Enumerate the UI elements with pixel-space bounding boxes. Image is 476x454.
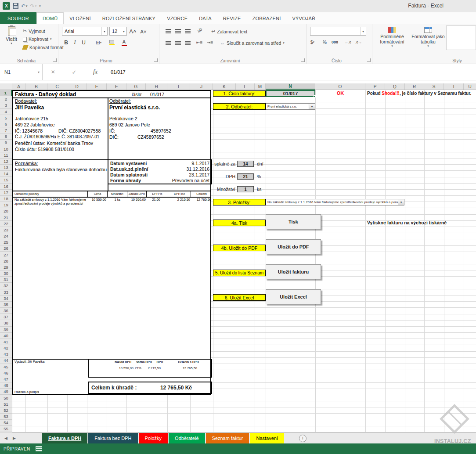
sheet-nav-left-icon[interactable]: ◀ <box>4 436 7 440</box>
column-header[interactable]: U <box>464 83 476 90</box>
column-header[interactable]: A <box>12 83 25 90</box>
sheet-tab-faktura-s-dph[interactable]: Faktura s DPH <box>42 433 87 443</box>
column-header[interactable]: I <box>167 83 190 90</box>
increase-decimal-icon[interactable]: ←.0 <box>343 38 353 46</box>
row-header[interactable]: 34 <box>0 295 12 302</box>
align-center-icon[interactable] <box>175 41 181 46</box>
align-middle-icon[interactable] <box>175 29 181 34</box>
tab-vlozeni[interactable]: VLOŽENÍ <box>64 12 96 24</box>
format-painter-button[interactable]: Kopírovat formát <box>23 45 64 50</box>
row-header[interactable]: 21 <box>0 214 12 220</box>
sheet-tab-odberatele[interactable]: Odběratelé <box>169 433 205 443</box>
column-header-row[interactable]: ABCDEFGHIJKLMNOPQRSTU <box>12 83 476 90</box>
column-header[interactable]: C <box>47 83 67 90</box>
fill-handle[interactable] <box>314 95 316 97</box>
font-name-select[interactable]: Arial▼ <box>62 27 108 36</box>
row-header[interactable]: 15 <box>0 177 12 183</box>
row-header[interactable]: 52 <box>0 407 12 414</box>
comma-style-button[interactable]: 000 <box>330 38 339 46</box>
cut-button[interactable]: ✂Vyjmout <box>23 28 45 34</box>
bold-button[interactable]: B <box>62 38 70 47</box>
row-header[interactable]: 44 <box>0 357 12 364</box>
row-header[interactable]: 3 <box>0 102 12 108</box>
row-header[interactable]: 40 <box>0 333 12 339</box>
increase-font-button[interactable]: A˄ <box>129 27 137 36</box>
undo-button[interactable]: ↶▾ <box>21 3 28 9</box>
row-header[interactable]: 46 <box>0 370 12 376</box>
row-header[interactable]: 22 <box>0 221 12 227</box>
new-sheet-icon[interactable]: + <box>299 435 307 442</box>
column-header[interactable]: L <box>236 83 255 90</box>
tab-revize[interactable]: REVIZE <box>217 12 247 24</box>
column-header[interactable]: M <box>255 83 266 90</box>
formula-input[interactable]: 01/017 <box>106 64 476 80</box>
column-header[interactable]: R <box>405 83 424 90</box>
row-header[interactable]: 54 <box>0 420 12 426</box>
row-header[interactable]: 38 <box>0 320 12 326</box>
row-header[interactable]: 24 <box>0 233 12 239</box>
row-header[interactable]: 55 <box>0 426 12 432</box>
cancel-icon[interactable]: ✕ <box>51 69 55 75</box>
row-header[interactable]: 1 <box>0 90 12 96</box>
column-header[interactable]: O <box>315 83 365 90</box>
row-header[interactable]: 41 <box>0 339 12 345</box>
dialog-launcher-icon[interactable] <box>301 58 305 62</box>
row-header[interactable]: 9 <box>0 140 12 146</box>
row-header[interactable]: 48 <box>0 382 12 389</box>
tab-vyvojar[interactable]: VÝVOJÁŘ <box>286 12 321 24</box>
italic-button[interactable]: I <box>71 38 79 47</box>
sheet-tab-nastaveni[interactable]: Nastavení <box>250 433 284 443</box>
borders-button[interactable]: ⊞▾ <box>94 38 103 47</box>
dialog-launcher-icon[interactable] <box>367 58 371 62</box>
row-header[interactable]: 37 <box>0 314 12 320</box>
wrap-text-button[interactable]: ↩Zalamovat text <box>211 29 247 34</box>
enter-icon[interactable]: ✓ <box>72 69 77 76</box>
row-header[interactable]: 35 <box>0 302 12 308</box>
row-header[interactable]: 27 <box>0 252 12 258</box>
quantity-input[interactable]: 1 <box>237 186 254 192</box>
underline-button[interactable]: U <box>79 38 88 47</box>
row-header[interactable]: 5 <box>0 115 12 121</box>
decrease-indent-icon[interactable]: ⇤≡ <box>196 40 202 45</box>
align-right-icon[interactable] <box>185 41 191 46</box>
row-header[interactable]: 51 <box>0 401 12 407</box>
save-excel-button[interactable]: Uložit Excel <box>266 289 321 304</box>
row-header[interactable]: 17 <box>0 190 12 196</box>
row-header[interactable]: 4 <box>0 109 12 115</box>
column-header[interactable]: Q <box>385 83 405 90</box>
row-header[interactable]: 12 <box>0 159 12 165</box>
row-headers[interactable]: 1234567891011121314151617181920212223242… <box>0 90 12 432</box>
due-days-input[interactable]: 14 <box>237 161 254 167</box>
decrease-decimal-icon[interactable]: .0→ <box>354 38 363 46</box>
row-header[interactable]: 45 <box>0 364 12 370</box>
row-header[interactable]: 20 <box>0 208 12 214</box>
orientation-icon[interactable]: ab <box>196 27 203 33</box>
row-header[interactable]: 14 <box>0 171 12 177</box>
column-header[interactable]: H <box>146 83 167 90</box>
row-header[interactable]: 33 <box>0 289 12 295</box>
column-header[interactable]: D <box>67 83 87 90</box>
percent-style-button[interactable]: % <box>321 38 328 46</box>
tab-domu[interactable]: DOMŮ <box>36 12 64 24</box>
row-header[interactable]: 31 <box>0 277 12 283</box>
column-header[interactable]: S <box>424 83 444 90</box>
font-size-select[interactable]: 12▼ <box>109 27 127 36</box>
column-header[interactable]: K <box>213 83 236 90</box>
save-invoice-button[interactable]: Uložit fakturu <box>266 264 321 279</box>
row-header[interactable]: 32 <box>0 283 12 289</box>
accounting-format-button[interactable]: $▾ <box>309 38 316 46</box>
column-header[interactable]: T <box>444 83 464 90</box>
redo-button[interactable]: ↷▾ <box>30 3 37 9</box>
row-header[interactable]: 26 <box>0 245 12 252</box>
column-header[interactable]: J <box>190 83 213 90</box>
save-pdf-button[interactable]: Uložit do PDF <box>266 239 321 254</box>
format-as-table-button[interactable]: Formátovat jako tabulku▾ <box>411 27 445 48</box>
insert-function-icon[interactable]: fx <box>93 68 97 76</box>
row-header[interactable]: 53 <box>0 414 12 420</box>
row-header[interactable]: 23 <box>0 227 12 233</box>
name-box[interactable]: N1▾ <box>0 64 43 80</box>
column-header[interactable]: E <box>87 83 107 90</box>
row-header[interactable]: 6 <box>0 121 12 127</box>
items-dropdown[interactable]: Na základě smlouvy z 1.1.2016 Vám faktur… <box>266 199 404 205</box>
selected-cell-n1[interactable]: 01/017 <box>266 90 315 97</box>
